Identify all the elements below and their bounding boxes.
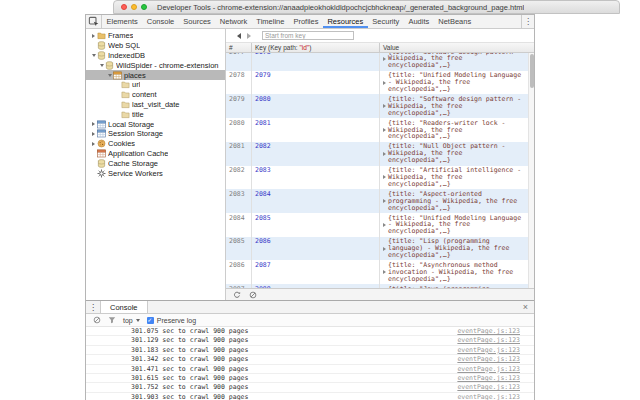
expand-value-icon[interactable] <box>383 57 386 61</box>
sidebar-item-frames[interactable]: Frames <box>86 31 225 41</box>
row-value-cell[interactable]: {title: "Unified Modeling Language - Wik… <box>380 213 528 237</box>
table-row[interactable]: 2077 2078 {title: "Software design patte… <box>226 53 528 71</box>
tree-disclosure-arrow[interactable] <box>114 100 121 110</box>
sidebar-item-local-storage[interactable]: Local Storage <box>86 119 225 129</box>
execution-context-selector[interactable]: top <box>123 317 140 324</box>
zoom-window-button[interactable] <box>141 4 147 10</box>
expand-value-icon[interactable] <box>383 152 386 156</box>
table-row[interactable]: 2086 2087 {title: "Asynchronous method i… <box>226 260 528 284</box>
sidebar-item-content[interactable]: content <box>86 90 225 100</box>
row-value-cell[interactable]: {title: "Readers-writer lock - Wikipedia… <box>380 118 528 142</box>
sidebar-item-last-visit-date[interactable]: last_visit_date <box>86 100 225 110</box>
sidebar-item-title[interactable]: title <box>86 109 225 119</box>
console-source-link[interactable]: eventPage.js:123 <box>457 328 520 334</box>
row-value-cell[interactable]: {title: "Software design pattern - Wikip… <box>380 53 528 71</box>
row-value-cell[interactable]: {title: "Artificial intelligence - Wikip… <box>380 166 528 190</box>
console-source-link[interactable]: eventPage.js:123 <box>457 384 520 390</box>
tree-disclosure-arrow[interactable] <box>90 51 97 61</box>
row-value-cell[interactable]: {title: "Asynchronous method invocation … <box>380 260 528 284</box>
start-from-key-input[interactable] <box>262 31 354 41</box>
tree-disclosure-arrow[interactable] <box>98 60 105 70</box>
expand-value-icon[interactable] <box>383 175 386 179</box>
row-value-cell[interactable]: {title: "Aspect-oriented programming - W… <box>380 189 528 213</box>
refresh-button[interactable] <box>233 291 241 299</box>
expand-value-icon[interactable] <box>383 199 386 203</box>
tab-audits[interactable]: Audits <box>404 15 434 28</box>
sidebar-item-cache-storage[interactable]: Cache Storage <box>86 158 225 168</box>
inspect-element-button[interactable] <box>86 15 102 28</box>
console-source-link[interactable]: eventPage.js:123 <box>457 347 520 353</box>
row-value-cell[interactable]: {title: "Java (programming language) - W… <box>380 284 528 288</box>
tab-console-drawer[interactable]: Console <box>100 301 148 313</box>
tree-disclosure-arrow[interactable] <box>106 70 113 80</box>
tab-elements[interactable]: Elements <box>102 15 142 28</box>
clear-console-button[interactable] <box>93 316 101 324</box>
sidebar-item-session-storage[interactable]: Session Storage <box>86 129 225 139</box>
table-row[interactable]: 2078 2079 {title: "Unified Modeling Lang… <box>226 71 528 95</box>
expand-value-icon[interactable] <box>383 128 386 132</box>
table-row[interactable]: 2084 2085 {title: "Unified Modeling Lang… <box>226 213 528 237</box>
drawer-menu-button[interactable]: ⋮ <box>86 301 100 313</box>
tree-disclosure-arrow[interactable] <box>90 168 97 178</box>
close-window-button[interactable] <box>121 4 127 10</box>
tree-disclosure-arrow[interactable] <box>90 158 97 168</box>
table-row[interactable]: 2087 2088 {title: "Java (programming lan… <box>226 284 528 288</box>
tree-disclosure-arrow[interactable] <box>90 149 97 159</box>
table-row[interactable]: 2080 2081 {title: "Readers-writer lock -… <box>226 118 528 142</box>
tree-disclosure-arrow[interactable] <box>90 129 97 139</box>
devtools-menu-button[interactable]: ⋮ <box>521 15 534 28</box>
vertical-scrollbar[interactable] <box>528 53 534 288</box>
table-row[interactable]: 2081 2082 {title: "Null Object pattern -… <box>226 142 528 166</box>
scrollbar-thumb[interactable] <box>530 54 534 88</box>
tab-timeline[interactable]: Timeline <box>252 15 289 28</box>
console-source-link[interactable]: eventPage.js:123 <box>457 394 520 400</box>
console-source-link[interactable]: eventPage.js:123 <box>457 337 520 343</box>
console-source-link[interactable]: eventPage.js:123 <box>457 366 520 372</box>
tree-disclosure-arrow[interactable] <box>90 41 97 51</box>
expand-value-icon[interactable] <box>383 81 386 85</box>
tab-resources[interactable]: Resources <box>323 15 368 28</box>
table-row[interactable]: 2083 2084 {title: "Aspect-oriented progr… <box>226 189 528 213</box>
clear-object-store-button[interactable] <box>249 291 257 299</box>
expand-value-icon[interactable] <box>383 247 386 251</box>
row-value-cell[interactable]: {title: "Null Object pattern - Wikipedia… <box>380 142 528 166</box>
table-row[interactable]: 2085 2086 {title: "Lisp (programming lan… <box>226 237 528 261</box>
minimize-window-button[interactable] <box>131 4 137 10</box>
sidebar-item-application-cache[interactable]: Application Cache <box>86 149 225 159</box>
tree-disclosure-arrow[interactable] <box>90 31 97 41</box>
preserve-log-checkbox[interactable] <box>147 317 154 324</box>
tab-security[interactable]: Security <box>368 15 404 28</box>
tree-disclosure-arrow[interactable] <box>90 119 97 129</box>
filter-button[interactable] <box>108 316 116 324</box>
tree-disclosure-arrow[interactable] <box>114 80 121 90</box>
expand-value-icon[interactable] <box>383 104 386 108</box>
tree-disclosure-arrow[interactable] <box>114 109 121 119</box>
sidebar-item-places[interactable]: places <box>86 70 225 80</box>
tree-disclosure-arrow[interactable] <box>90 139 97 149</box>
table-row[interactable]: 2082 2083 {title: "Artificial intelligen… <box>226 166 528 190</box>
sidebar-item-cookies[interactable]: Cookies <box>86 139 225 149</box>
console-source-link[interactable]: eventPage.js:123 <box>457 375 520 381</box>
sidebar-item-wildspider-chrome-extension[interactable]: WildSpider - chrome-extension <box>86 60 225 70</box>
preserve-log-toggle[interactable]: Preserve log <box>147 317 196 324</box>
expand-value-icon[interactable] <box>383 223 386 227</box>
sidebar-item-web-sql[interactable]: Web SQL <box>86 41 225 51</box>
tab-sources[interactable]: Sources <box>179 15 216 28</box>
tab-network[interactable]: Network <box>215 15 252 28</box>
table-row[interactable]: 2079 2080 {title: "Software design patte… <box>226 94 528 118</box>
row-value-cell[interactable]: {title: "Software design pattern - Wikip… <box>380 94 528 118</box>
tree-disclosure-arrow[interactable] <box>114 90 121 100</box>
row-value-cell[interactable]: {title: "Unified Modeling Language - Wik… <box>380 71 528 95</box>
sidebar-item-url[interactable]: url <box>86 80 225 90</box>
close-drawer-button[interactable]: × <box>517 301 534 313</box>
tab-profiles[interactable]: Profiles <box>289 15 323 28</box>
expand-value-icon[interactable] <box>383 270 386 274</box>
tab-netbeans[interactable]: NetBeans <box>434 15 476 28</box>
page-back-button[interactable] <box>234 31 244 41</box>
sidebar-item-indexeddb[interactable]: IndexedDB <box>86 51 225 61</box>
sidebar-item-service-workers[interactable]: Service Workers <box>86 168 225 178</box>
console-source-link[interactable]: eventPage.js:123 <box>457 356 520 362</box>
page-forward-button[interactable] <box>244 31 254 41</box>
tab-console[interactable]: Console <box>142 15 179 28</box>
row-value-cell[interactable]: {title: "Lisp (programming language) - W… <box>380 237 528 261</box>
